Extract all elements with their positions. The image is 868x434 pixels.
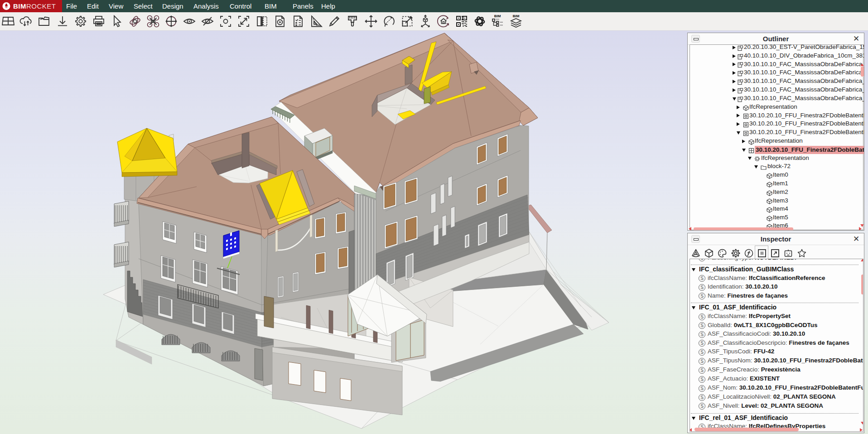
svg-text:BIM: BIM	[494, 14, 501, 18]
svg-text:BIM: BIM	[513, 14, 520, 18]
